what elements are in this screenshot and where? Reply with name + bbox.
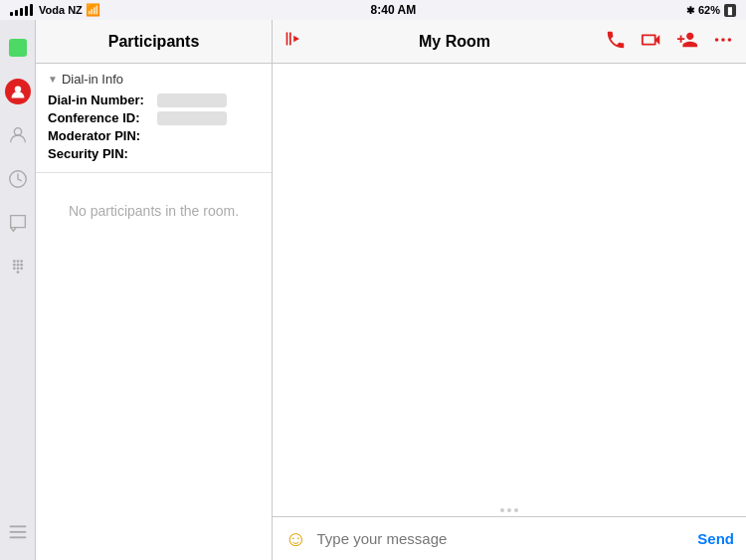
svg-point-6: [12, 264, 15, 267]
recent-calls-icon[interactable]: [0, 157, 36, 201]
moderator-pin-row: Moderator PIN:: [48, 128, 260, 143]
svg-point-21: [728, 38, 732, 42]
participants-header: Participants: [36, 20, 272, 64]
menu-icon[interactable]: [0, 508, 36, 552]
participants-title: Participants: [108, 33, 200, 51]
security-pin-label: Security PIN:: [48, 146, 157, 161]
panel-toggle-svg: [284, 29, 304, 49]
dialpad-svg: [7, 256, 29, 278]
dial-in-number-value: [157, 93, 227, 107]
sep-dot-3: [514, 508, 518, 512]
dial-in-section: ▼ Dial-in Info Dial-in Number: Conferenc…: [36, 64, 272, 173]
signal-dots: [10, 4, 33, 16]
svg-marker-18: [293, 36, 299, 43]
status-time: 8:40 AM: [371, 3, 417, 17]
no-participants-message: No participants in the room.: [36, 173, 272, 560]
chat-title: My Room: [304, 33, 605, 51]
svg-point-1: [14, 128, 21, 135]
dialpad-icon[interactable]: [0, 245, 36, 288]
message-input[interactable]: [316, 530, 687, 547]
video-svg: [641, 29, 662, 51]
sep-dot-2: [507, 508, 511, 512]
hamburger-svg: [7, 519, 29, 541]
svg-point-0: [14, 86, 20, 92]
battery-percent: 62%: [698, 4, 720, 16]
chat-separator: [500, 504, 518, 516]
conference-id-row: Conference ID:: [48, 110, 260, 125]
dial-in-number-label: Dial-in Number:: [48, 93, 157, 107]
battery-icon: ▮: [724, 4, 736, 17]
phone-call-icon[interactable]: [605, 29, 627, 55]
clock-svg: [7, 168, 29, 190]
security-pin-row: Security PIN:: [48, 146, 260, 161]
svg-point-10: [16, 267, 19, 270]
empty-message-text: No participants in the room.: [69, 203, 239, 219]
person-svg: [10, 84, 26, 99]
more-dots-svg: [712, 29, 734, 51]
svg-point-3: [12, 260, 15, 263]
svg-point-20: [721, 38, 725, 42]
chat-header-left: [284, 29, 304, 54]
dial-in-toggle[interactable]: ▼ Dial-in Info: [48, 72, 260, 87]
person-outline-svg: [7, 124, 29, 146]
chat-icon[interactable]: [0, 201, 36, 245]
status-right: ✱ 62% ▮: [686, 4, 736, 17]
svg-rect-17: [289, 32, 291, 45]
dial-in-label: Dial-in Info: [62, 72, 123, 87]
chat-area: My Room: [273, 20, 746, 560]
carrier-label: Voda NZ: [39, 4, 83, 16]
svg-point-9: [12, 267, 15, 270]
chat-body: [273, 64, 746, 516]
bluetooth-icon: ✱: [686, 5, 694, 16]
sep-dot-1: [500, 508, 504, 512]
moderator-pin-label: Moderator PIN:: [48, 128, 157, 143]
svg-point-8: [20, 264, 23, 267]
presence-icon[interactable]: [0, 26, 36, 70]
icon-rail: [0, 20, 36, 560]
chat-input-bar: ☺ Send: [273, 516, 746, 560]
sidebar-toggle-icon[interactable]: [284, 29, 304, 54]
emoji-icon[interactable]: ☺: [284, 526, 306, 552]
chat-header: My Room: [273, 20, 746, 64]
participants-panel: Participants ▼ Dial-in Info Dial-in Numb…: [36, 20, 273, 560]
svg-point-4: [16, 260, 19, 263]
status-bar: Voda NZ 📶 8:40 AM ✱ 62% ▮: [0, 0, 746, 20]
chevron-down-icon: ▼: [48, 74, 58, 85]
add-person-svg: [676, 29, 698, 51]
app-body: Participants ▼ Dial-in Info Dial-in Numb…: [0, 20, 746, 560]
more-options-icon[interactable]: [712, 29, 734, 55]
wifi-icon: 📶: [86, 3, 100, 17]
status-left: Voda NZ 📶: [10, 3, 100, 17]
person-icon[interactable]: [0, 113, 36, 157]
chat-svg: [7, 212, 29, 234]
avatar-icon: [5, 79, 31, 104]
conference-id-label: Conference ID:: [48, 110, 157, 125]
svg-point-7: [16, 264, 19, 267]
dial-in-number-row: Dial-in Number:: [48, 93, 260, 107]
video-call-icon[interactable]: [641, 29, 662, 55]
contacts-icon[interactable]: [0, 70, 36, 113]
svg-point-19: [715, 38, 719, 42]
phone-svg: [605, 29, 627, 51]
green-square: [9, 39, 27, 57]
add-participant-icon[interactable]: [676, 29, 698, 55]
conference-id-value: [157, 111, 227, 125]
send-button[interactable]: Send: [697, 530, 734, 547]
chat-header-actions: [605, 29, 734, 55]
svg-point-5: [20, 260, 23, 263]
svg-rect-16: [286, 32, 288, 45]
svg-point-11: [20, 267, 23, 270]
svg-point-12: [16, 271, 19, 274]
